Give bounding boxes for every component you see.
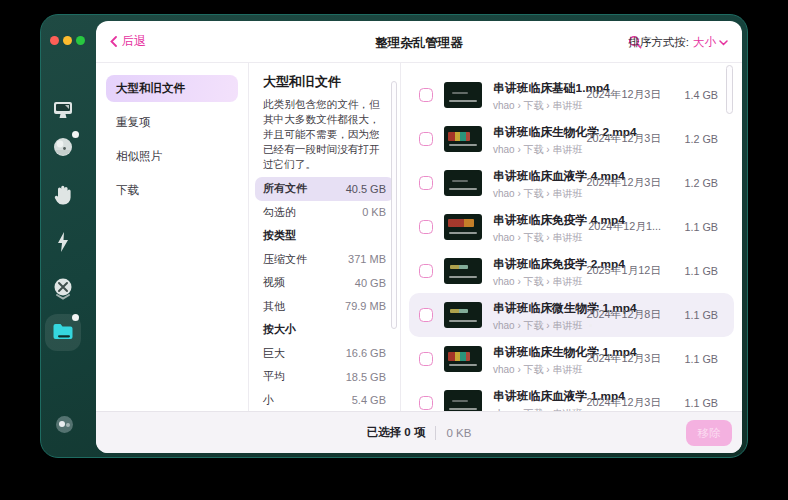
zoom-window-button[interactable] [76, 36, 85, 45]
assistant-icon[interactable] [56, 416, 73, 433]
file-size: 1.2 GB [672, 133, 718, 145]
applications-icon[interactable] [51, 277, 75, 301]
stat-videos[interactable]: 视频40 GB [263, 271, 386, 295]
file-checkbox[interactable] [419, 352, 433, 366]
main-area: 大型和旧文件 重复项 相似照片 下载 大型和旧文件 此类别包含您的文件，但其中大… [96, 63, 742, 411]
performance-hand-icon[interactable] [51, 183, 75, 207]
file-checkbox[interactable] [419, 176, 433, 190]
file-date: 2024年12月3日 [573, 88, 661, 102]
file-row[interactable]: 串讲班临床基础1.mp4vhao › 下载 › 串讲班 2024年12月3日 1… [401, 73, 742, 117]
files-notification-dot [72, 314, 79, 321]
file-path: vhao › 下载 › 串讲班 [493, 231, 562, 245]
selected-size-label: 0 KB [446, 427, 471, 439]
file-row[interactable]: 串讲班临床免疫学 2.mp4vhao › 下载 › 串讲班 2025年1月12日… [401, 249, 742, 293]
video-thumbnail [444, 390, 482, 411]
imac-smart-scan-icon[interactable] [51, 98, 75, 122]
remove-button[interactable]: 移除 [686, 420, 732, 446]
speed-lightning-icon[interactable] [51, 230, 75, 254]
file-path: vhao › 下载 › 串讲班 [493, 143, 562, 157]
traffic-lights [50, 36, 85, 45]
app-window: 后退 整理杂乱管理器 排序方式按: 大小 大型和旧文件 [40, 14, 748, 458]
stat-huge[interactable]: 巨大16.6 GB [263, 342, 386, 366]
file-size: 1.1 GB [672, 309, 718, 321]
file-date: 2025年1月12日 [573, 264, 661, 278]
file-row[interactable]: 串讲班临床免疫学 4.mp4vhao › 下载 › 串讲班 2024年12月1.… [401, 205, 742, 249]
file-path: vhao › 下载 › 串讲班 [493, 275, 562, 289]
stat-header-by-size: 按大小 [263, 318, 386, 342]
files-folder-icon[interactable] [51, 320, 75, 344]
file-size: 1.1 GB [672, 221, 718, 233]
screen: 后退 整理杂乱管理器 排序方式按: 大小 大型和旧文件 [0, 0, 788, 500]
sort-value: 大小 [693, 35, 716, 50]
file-checkbox[interactable] [419, 88, 433, 102]
sort-control[interactable]: 排序方式按: 大小 [628, 35, 728, 50]
stat-small[interactable]: 小5.4 GB [263, 389, 386, 412]
file-row[interactable]: 串讲班临床血液学 1.mp4vhao › 下载 › 串讲班 2024年12月3日… [401, 381, 742, 411]
notification-dot [72, 131, 79, 138]
file-path: vhao › 下载 › 串讲班 [493, 319, 582, 333]
file-row[interactable]: 串讲班临床血液学 4.mp4vhao › 下载 › 串讲班 2024年12月3日… [401, 161, 742, 205]
file-checkbox[interactable] [419, 132, 433, 146]
file-checkbox[interactable] [419, 308, 433, 322]
file-date: 2024年12月3日 [573, 176, 661, 190]
details-heading: 大型和旧文件 [263, 73, 386, 91]
content-panel: 后退 整理杂乱管理器 排序方式按: 大小 大型和旧文件 [96, 21, 742, 453]
selected-count-label: 已选择 0 项 [367, 425, 426, 440]
file-checkbox[interactable] [419, 264, 433, 278]
file-date: 2024年12月1... [573, 220, 661, 234]
video-thumbnail [444, 170, 482, 196]
file-list: 串讲班临床基础1.mp4vhao › 下载 › 串讲班 2024年12月3日 1… [401, 63, 742, 411]
file-path: vhao › 下载 › 串讲班 [493, 187, 562, 201]
stat-header-by-type: 按类型 [263, 224, 386, 248]
stat-checked[interactable]: 勾选的0 KB [263, 201, 386, 225]
file-path: vhao › 下载 › 串讲班 [493, 99, 562, 113]
file-date: 2024年12月3日 [573, 352, 661, 366]
category-similar-photos[interactable]: 相似照片 [106, 143, 238, 170]
minimize-window-button[interactable] [63, 36, 72, 45]
category-large-old-files[interactable]: 大型和旧文件 [106, 75, 238, 102]
video-thumbnail [444, 346, 482, 372]
file-checkbox[interactable] [419, 396, 433, 410]
toolbar: 后退 整理杂乱管理器 排序方式按: 大小 [96, 21, 742, 63]
file-size: 1.1 GB [672, 397, 718, 409]
file-date: 2024年12月3日 [573, 132, 661, 146]
sort-label: 排序方式按: [628, 35, 689, 50]
file-size: 1.4 GB [672, 89, 718, 101]
video-thumbnail [444, 82, 482, 108]
details-description: 此类别包含您的文件，但其中大多数文件都很大，并且可能不需要，因为您已经有一段时间… [263, 97, 386, 172]
stats-list: 所有文件40.5 GB 勾选的0 KB 按类型 压缩文件371 MB 视频40 … [263, 177, 386, 411]
file-date: 2024年12月3日 [573, 396, 661, 410]
footer-divider [435, 426, 436, 440]
file-size: 1.1 GB [672, 353, 718, 365]
selection-footer: 已选择 0 项 0 KB 移除 [96, 411, 742, 453]
file-row[interactable]: 串讲班临床生物化学 2.mp4vhao › 下载 › 串讲班 2024年12月3… [401, 117, 742, 161]
close-window-button[interactable] [50, 36, 59, 45]
file-checkbox[interactable] [419, 220, 433, 234]
video-thumbnail [444, 214, 482, 240]
category-duplicates[interactable]: 重复项 [106, 109, 238, 136]
stat-archives[interactable]: 压缩文件371 MB [263, 248, 386, 272]
stat-average[interactable]: 平均18.5 GB [263, 365, 386, 389]
file-size: 1.1 GB [672, 265, 718, 277]
stat-all-files[interactable]: 所有文件40.5 GB [255, 177, 394, 201]
stat-other[interactable]: 其他79.9 MB [263, 295, 386, 319]
video-thumbnail [444, 258, 482, 284]
file-size: 1.2 GB [672, 177, 718, 189]
video-thumbnail [444, 126, 482, 152]
chevron-down-icon [719, 40, 728, 46]
file-row-highlighted[interactable]: 串讲班临床微生物学 1.mp4vhao › 下载 › 串讲班 2024年12月8… [409, 293, 734, 337]
details-scrollbar[interactable] [391, 81, 397, 329]
file-list-scrollbar[interactable] [726, 65, 733, 114]
file-path: vhao › 下载 › 串讲班 [493, 363, 562, 377]
category-list: 大型和旧文件 重复项 相似照片 下载 [96, 63, 249, 411]
file-date: 2024年12月8日 [573, 308, 661, 322]
protection-ball-icon[interactable] [51, 135, 75, 159]
app-sidebar [41, 15, 96, 457]
details-panel: 大型和旧文件 此类别包含您的文件，但其中大多数文件都很大，并且可能不需要，因为您… [249, 63, 401, 411]
file-row[interactable]: 串讲班临床生物化学 1.mp4vhao › 下载 › 串讲班 2024年12月3… [401, 337, 742, 381]
category-downloads[interactable]: 下载 [106, 177, 238, 204]
video-thumbnail [444, 302, 482, 328]
